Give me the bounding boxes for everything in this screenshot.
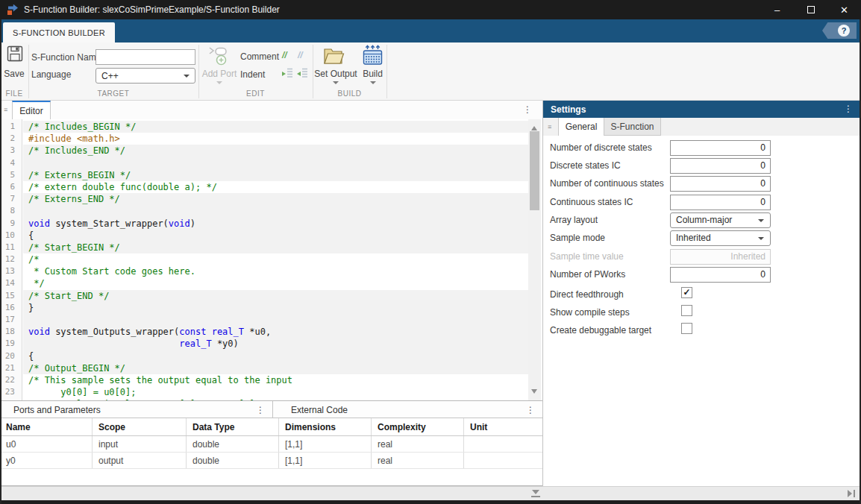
chevron-down-icon (184, 75, 190, 81)
number-of-continuous-states-input[interactable]: 0 (670, 176, 771, 192)
scroll-down-icon[interactable] (531, 389, 537, 397)
code-line[interactable]: /* Includes_BEGIN */ (23, 121, 528, 133)
scrollbar-thumb[interactable] (530, 131, 539, 210)
code-line[interactable]: /* Externs_BEGIN */ (23, 169, 528, 181)
set-output-dropdown-caret[interactable] (333, 81, 339, 87)
help-button[interactable]: ? (822, 22, 857, 39)
tab-external-code[interactable]: External Code (291, 401, 348, 418)
column-header: Dimensions (279, 418, 372, 435)
ports-panel-headers: Ports and Parameters ⋮ External Code ⋮ (0, 401, 542, 418)
table-cell[interactable]: output (93, 453, 187, 468)
minimize-button[interactable]: – (760, 0, 794, 19)
scroll-up-icon[interactable] (531, 123, 537, 130)
direct-feedthrough-checkbox[interactable]: ✓ (681, 287, 692, 298)
discrete-states-ic-label: Discrete states IC (550, 158, 621, 174)
discrete-states-ic-input[interactable]: 0 (670, 158, 771, 174)
table-cell[interactable]: [1,1] (279, 436, 372, 452)
editor-panel: ≡ Editor ⋮ 12345678910111213141516171819… (0, 101, 542, 486)
code-line[interactable]: /* This sample sets the output equal to … (23, 374, 528, 386)
line-number: 1 (0, 121, 22, 133)
code-line[interactable]: real_T *y0) (23, 338, 528, 350)
code-line[interactable]: /* Start_END */ (23, 290, 528, 302)
table-cell[interactable] (464, 436, 542, 452)
table-cell[interactable]: double (187, 453, 279, 468)
s-function-name-input[interactable] (96, 49, 195, 65)
sample-mode-select[interactable]: Inherited (670, 230, 771, 246)
add-port-dropdown-caret (216, 81, 222, 87)
comment-icon[interactable]: // (282, 50, 287, 60)
window-title: S-Function Builder: slexCoSimPrimeExampl… (24, 4, 280, 15)
code-line[interactable]: void system_Start_wrapper(void) (23, 218, 528, 230)
section-label-build: BUILD (313, 89, 386, 98)
code-line[interactable]: /* Includes_END */ (23, 145, 528, 157)
expand-right-panel-icon[interactable] (848, 490, 856, 497)
code-line[interactable]: y0[0] = u0[0]; (23, 386, 528, 398)
indent-right-icon[interactable] (281, 68, 293, 83)
save-button[interactable]: Save (0, 69, 28, 79)
tab-s-function-builder[interactable]: S-FUNCTION BUILDER (3, 22, 115, 42)
create-debuggable-target-checkbox[interactable] (681, 323, 692, 334)
array-layout-select[interactable]: Column-major (670, 212, 771, 228)
panel-grip-icon[interactable]: ≡ (548, 123, 551, 130)
code-line[interactable]: /* Output_BEGIN */ (23, 362, 528, 374)
code-line[interactable]: { (23, 230, 528, 242)
set-output-icon (322, 45, 345, 69)
tab-ports-and-parameters[interactable]: Ports and Parameters (13, 401, 101, 418)
code-line[interactable]: /* extern double func(double a); */ (23, 181, 528, 193)
table-row[interactable]: u0inputdouble[1,1]real (0, 436, 542, 453)
language-select[interactable]: C++ (96, 68, 195, 84)
table-cell[interactable]: input (93, 436, 187, 452)
tab-editor[interactable]: Editor (12, 101, 51, 119)
build-button[interactable]: Build (357, 69, 389, 79)
code-line[interactable]: /* (23, 253, 528, 265)
code-line[interactable]: #include <math.h> (23, 133, 528, 145)
app-icon (7, 4, 18, 16)
code-line[interactable] (23, 314, 528, 326)
set-output-button[interactable]: Set Output (313, 69, 359, 79)
code-line[interactable]: /* Start_BEGIN */ (23, 242, 528, 253)
column-header: Complexity (372, 418, 464, 435)
table-cell[interactable]: [1,1] (279, 453, 372, 468)
line-number: 4 (0, 157, 22, 169)
code-line[interactable]: /* Externs_END */ (23, 193, 528, 205)
table-cell[interactable]: double (187, 436, 279, 452)
column-header: Data Type (187, 418, 279, 435)
panel-grip-icon[interactable]: ≡ (4, 106, 7, 113)
code-line[interactable]: * Custom Start code goes here. (23, 265, 528, 277)
toolstrip: Save FILE S-Function Name Language C++ T… (0, 42, 861, 101)
sample-time-value-input: Inherited (670, 249, 771, 265)
line-number: 9 (0, 218, 22, 230)
table-cell[interactable]: real (372, 436, 464, 452)
table-cell[interactable]: y0 (0, 453, 93, 468)
close-button[interactable]: ✕ (827, 0, 861, 19)
code-line[interactable] (23, 205, 528, 217)
indent-left-icon[interactable] (296, 68, 308, 83)
code-line[interactable]: { (23, 350, 528, 362)
table-cell[interactable] (464, 453, 542, 468)
number-of-continuous-states-label: Number of continuous states (550, 176, 664, 192)
code-line[interactable]: void system_Outputs_wrapper(const real_T… (23, 326, 528, 338)
number-of-pworks-label: Number of PWorks (550, 267, 625, 283)
settings-menu-icon[interactable]: ⋮ (844, 104, 853, 113)
continuous-states-ic-input[interactable]: 0 (670, 195, 771, 210)
collapse-bottom-panel-icon[interactable] (531, 490, 540, 498)
number-of-discrete-states-input[interactable]: 0 (670, 140, 771, 156)
table-cell[interactable]: real (372, 453, 464, 468)
table-row[interactable]: y0outputdouble[1,1]real (0, 453, 542, 469)
external-code-menu-icon[interactable]: ⋮ (526, 406, 535, 415)
s-function-name-label: S-Function Name (31, 52, 101, 63)
tab-general[interactable]: General (558, 118, 604, 136)
editor-menu-icon[interactable]: ⋮ (523, 105, 532, 114)
titlebar: S-Function Builder: slexCoSimPrimeExampl… (0, 0, 861, 19)
tab-s-function[interactable]: S-Function (604, 118, 661, 136)
maximize-button[interactable] (794, 0, 827, 19)
table-cell[interactable]: u0 (0, 436, 93, 452)
number-of-pworks-input[interactable]: 0 (670, 267, 771, 283)
code-line[interactable]: } (23, 302, 528, 314)
code-line[interactable]: */ (23, 277, 528, 289)
build-dropdown-caret[interactable] (370, 81, 376, 87)
show-compile-steps-checkbox[interactable] (681, 305, 692, 316)
ports-menu-icon[interactable]: ⋮ (256, 406, 265, 415)
code-editor[interactable]: 1234567891011121314151617181920212223 /*… (0, 119, 542, 400)
code-line[interactable] (23, 157, 528, 169)
